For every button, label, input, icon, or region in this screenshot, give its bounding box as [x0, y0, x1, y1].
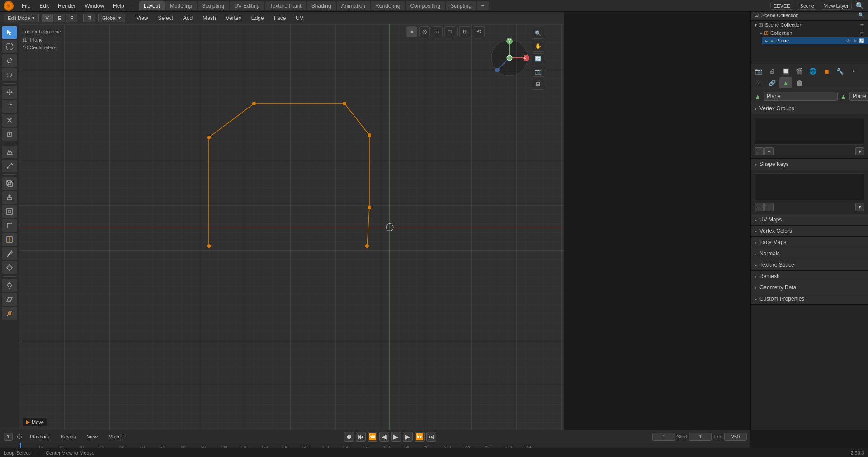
viewport-mode-rendered[interactable]: ○	[432, 26, 443, 37]
prop-data-icon[interactable]: ▲	[779, 77, 792, 88]
jump-end-btn[interactable]: ⏭	[426, 432, 436, 442]
viewport-overlay-btn[interactable]: ⊞	[459, 26, 471, 37]
workspace-animation[interactable]: Animation	[337, 1, 370, 10]
viewport-mode-solid[interactable]: ●	[406, 26, 417, 37]
timeline-playback-menu[interactable]: Playback	[26, 433, 54, 440]
engine-selector[interactable]: EEVEE	[770, 2, 793, 10]
poly-build-tool[interactable]	[2, 261, 17, 274]
remove-shape-key-btn[interactable]: −	[764, 203, 774, 211]
next-keyframe-btn[interactable]: ⏩	[415, 432, 425, 442]
add-cube-tool[interactable]	[2, 177, 17, 190]
inset-tool[interactable]	[2, 205, 17, 218]
menu-face[interactable]: Face	[270, 14, 290, 22]
select-tool[interactable]	[2, 26, 17, 39]
viewport-mode-material[interactable]: ◎	[419, 26, 430, 37]
remove-vertex-group-btn[interactable]: −	[764, 147, 774, 155]
edge-select-btn[interactable]: E	[54, 14, 65, 22]
prop-particles-icon[interactable]: ✦	[847, 66, 860, 76]
workspace-uv-editing[interactable]: UV Editing	[230, 1, 264, 10]
prop-render-icon[interactable]: 📷	[752, 66, 765, 76]
menu-edge[interactable]: Edge	[248, 14, 268, 22]
outliner-scene-collection[interactable]: ▾ ⊞ Scene Collection 👁	[751, 21, 868, 29]
menu-mesh[interactable]: Mesh	[199, 14, 219, 22]
remesh-header[interactable]: ▸ Remesh	[751, 271, 868, 282]
outliner-collection[interactable]: ▾ ⊞ Collection 👁	[756, 29, 868, 37]
prop-constraints-icon[interactable]: 🔗	[766, 77, 778, 88]
vertex-4[interactable]	[343, 102, 346, 105]
viewport-mode-wire[interactable]: □	[444, 26, 455, 37]
shape-key-specials-btn[interactable]: ▾	[855, 203, 864, 211]
shear-tool[interactable]	[2, 293, 17, 306]
current-frame-display[interactable]: 1	[4, 433, 13, 441]
select-circle-tool[interactable]	[2, 54, 17, 67]
prev-frame-btn[interactable]: ◀	[379, 432, 389, 442]
workspace-sculpting[interactable]: Sculpting	[198, 1, 229, 10]
shape-keys-header[interactable]: ▾ Shape Keys	[751, 159, 868, 170]
menu-uv[interactable]: UV	[292, 14, 307, 22]
vertex-slide-tool[interactable]	[2, 307, 17, 320]
viewport-pan-btn[interactable]: ✋	[532, 41, 544, 52]
bevel-tool[interactable]	[2, 219, 17, 232]
jump-start-btn[interactable]: ⏮	[356, 432, 366, 442]
menu-render[interactable]: Render	[54, 2, 79, 10]
prop-mesh-input[interactable]	[849, 92, 868, 101]
record-btn[interactable]: ⏺	[344, 432, 354, 442]
menu-help[interactable]: Help	[109, 2, 128, 10]
annotate-tool[interactable]	[2, 146, 17, 158]
scale-tool[interactable]	[2, 114, 17, 127]
workspace-layout[interactable]: Layout	[139, 1, 165, 10]
select-lasso-tool[interactable]	[2, 68, 17, 81]
vertex-7[interactable]	[365, 244, 369, 248]
vertex-2[interactable]	[207, 136, 211, 139]
prop-object-icon[interactable]: ◼	[820, 66, 833, 76]
prop-scene-icon[interactable]: 🎬	[793, 66, 806, 76]
transform-pivot[interactable]: Global ▾	[98, 14, 125, 22]
vertex-select-btn[interactable]: V	[42, 14, 53, 22]
measure-tool[interactable]	[2, 160, 17, 172]
vertex-6[interactable]	[368, 206, 371, 209]
current-frame-input[interactable]	[689, 433, 712, 441]
workspace-modeling[interactable]: Modeling	[165, 1, 197, 10]
vertex-3[interactable]	[252, 102, 256, 105]
extrude-tool[interactable]	[2, 191, 17, 204]
view-layer-selector[interactable]: View Layer	[821, 2, 852, 10]
select-box-tool[interactable]	[2, 40, 17, 53]
knife-tool[interactable]	[2, 247, 17, 260]
viewport-orbit-btn[interactable]: 🔄	[532, 53, 544, 64]
prop-modifier-icon[interactable]: 🔧	[834, 66, 846, 76]
move-tool[interactable]	[2, 86, 17, 99]
vertex-colors-header[interactable]: ▸ Vertex Colors	[751, 226, 868, 236]
texture-space-header[interactable]: ▸ Texture Space	[751, 259, 868, 270]
uv-maps-header[interactable]: ▸ UV Maps	[751, 214, 868, 225]
timeline-marker-menu[interactable]: Marker	[105, 433, 127, 440]
outliner-plane[interactable]: ▸ ▲ Plane 👁 🖱 🔄	[762, 37, 868, 44]
menu-edit[interactable]: Edit	[36, 2, 52, 10]
loop-cut-tool[interactable]	[2, 233, 17, 246]
vertex-1[interactable]	[207, 244, 211, 248]
transform-tool[interactable]	[2, 128, 17, 141]
workspace-add[interactable]: +	[477, 1, 489, 10]
workspace-shading[interactable]: Shading	[307, 1, 336, 10]
normals-header[interactable]: ▸ Normals	[751, 248, 868, 259]
face-select-btn[interactable]: F	[66, 14, 77, 22]
menu-window[interactable]: Window	[81, 2, 108, 10]
viewport-grid-btn[interactable]: ⊞	[532, 79, 544, 90]
viewport-zoom-btn[interactable]: 🔍	[532, 28, 544, 39]
menu-vertex[interactable]: Vertex	[222, 14, 245, 22]
timeline-view-menu[interactable]: View	[83, 433, 101, 440]
menu-file[interactable]: File	[18, 2, 34, 10]
vertex-group-specials-btn[interactable]: ▾	[855, 147, 864, 155]
custom-properties-header[interactable]: ▸ Custom Properties	[751, 293, 868, 304]
blender-logo[interactable]	[4, 1, 14, 11]
vertex-groups-header[interactable]: ▾ Vertex Groups	[751, 103, 868, 114]
add-vertex-group-btn[interactable]: +	[755, 147, 764, 155]
viewport-gizmo-btn[interactable]: ⟲	[473, 26, 485, 37]
next-frame-btn[interactable]: ▶	[403, 432, 413, 442]
geometry-data-header[interactable]: ▸ Geometry Data	[751, 282, 868, 293]
prev-keyframe-btn[interactable]: ⏪	[368, 432, 377, 442]
workspace-texture-paint[interactable]: Texture Paint	[265, 1, 306, 10]
prop-world-icon[interactable]: 🌐	[807, 66, 819, 76]
prop-physics-icon[interactable]: ⚛	[752, 77, 765, 88]
menu-view[interactable]: View	[133, 14, 152, 22]
menu-add[interactable]: Add	[179, 14, 196, 22]
